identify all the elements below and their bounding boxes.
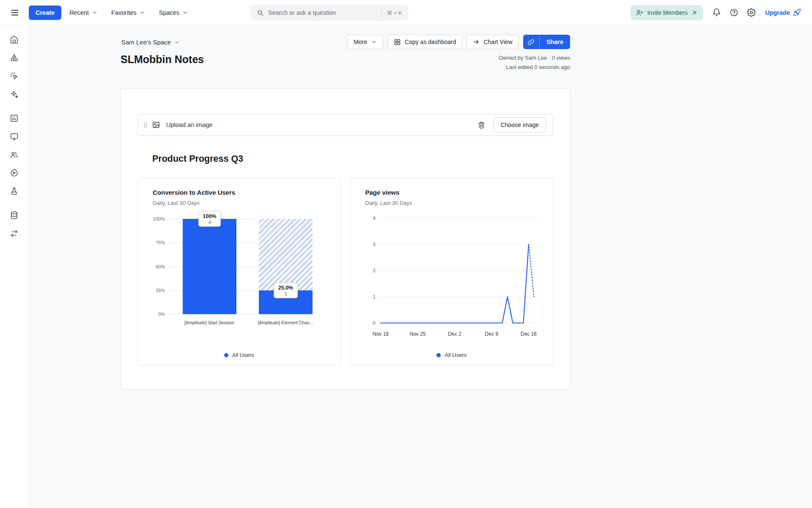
chart-title: Page views [365,189,553,196]
x-tick: Dec 16 [520,331,536,337]
upgrade-button[interactable]: Upgrade [762,6,804,19]
x-tick: Nov 18 [372,331,388,337]
sidebar-item-integrations[interactable] [5,225,23,241]
invite-members-button[interactable]: Invite Members [631,5,703,20]
y-tick: 1 [373,294,375,299]
note-heading[interactable]: Product Progress Q3 [152,154,553,164]
recent-menu[interactable]: Recent [64,6,103,20]
funnel-plot: 100% 75% 50% 25% 0% 100% 4 [169,219,314,314]
drag-handle-icon [142,121,149,129]
bell-icon [712,8,721,17]
chevron-down-icon [91,9,98,16]
funnel-x-axis: [Amplitude] Start Session [Amplitude] El… [169,320,314,326]
share-button[interactable]: Share [539,35,570,49]
hamburger-menu-button[interactable] [8,6,22,20]
chevron-down-icon [182,9,188,16]
play-circle-icon [10,168,19,177]
legend-label: All Users [232,352,254,358]
space-name: Sam Lee's Space [121,39,171,46]
hamburger-icon [10,8,19,17]
sidebar-item-session-replay[interactable] [5,165,23,181]
shapes-icon [10,53,19,62]
dismiss-invite-button[interactable] [691,9,698,16]
chart-subtitle: Daily, Last 30 Days [153,200,340,206]
line-chart-card[interactable]: Page views Daily, Last 30 Days 4 3 2 1 0 [350,178,554,365]
users-icon [10,150,19,159]
chevron-down-icon [139,9,145,16]
series-line-dashed-tail [529,244,534,297]
search-input[interactable] [268,9,377,16]
sidebar-item-experiments[interactable] [5,183,23,199]
chevron-down-icon [174,39,180,45]
chevron-down-icon [371,39,377,45]
more-button[interactable]: More [347,35,383,49]
y-tick: 0% [158,312,165,317]
link-icon [527,39,535,46]
x-tick: Dec 9 [485,331,498,337]
left-sidebar [0,25,28,508]
arrow-right-icon [473,39,480,45]
flask-icon [10,187,19,196]
sidebar-item-home[interactable] [5,31,23,47]
search-icon [257,9,264,17]
y-tick: 4 [373,215,376,221]
person-plus-icon [636,9,643,17]
spaces-menu[interactable]: Spaces [154,6,194,20]
favorites-menu[interactable]: Favorites [106,6,151,20]
page-meta: Owned by Sam Lee · 0 views Last edited 0… [499,53,570,72]
gear-icon [747,8,756,17]
copy-as-dashboard-button[interactable]: Copy as dashboard [387,35,462,49]
sidebar-item-ai[interactable] [5,86,23,102]
sidebar-item-dashboards[interactable] [5,128,23,144]
sidebar-item-data[interactable] [5,207,23,223]
choose-image-button[interactable]: Choose image [494,117,546,133]
drag-handle[interactable] [142,121,149,129]
chart-subtitle: Daily, Last 30 Days [365,200,553,206]
sidebar-item-events[interactable] [5,68,23,84]
upload-label: Upload an image [166,121,213,128]
help-button[interactable] [727,6,741,19]
page-title[interactable]: SLMobbin Notes [121,53,204,66]
y-tick: 25% [156,288,165,293]
funnel-value-tooltip: 25.0% 1 [274,282,298,298]
settings-button[interactable] [744,6,758,19]
sidebar-item-charts[interactable] [5,110,23,126]
funnel-bar: 100% 4 [183,219,236,314]
funnel-chart-card[interactable]: Conversion to Active Users Daily, Last 3… [137,178,341,365]
y-tick: 0 [373,320,375,326]
create-button[interactable]: Create [29,6,61,20]
chart-legend: All Users [138,352,340,358]
series-line [381,244,529,323]
last-edited-meta: Last edited 0 seconds ago [499,63,570,72]
chart-legend: All Users [351,352,553,358]
owner-meta: Owned by Sam Lee · 0 views [499,53,570,63]
cursor-click-icon [10,72,19,80]
x-tick: [Amplitude] Element Chan... [245,320,326,325]
database-icon [10,211,19,220]
chart-view-button[interactable]: Chart View [466,35,518,49]
dashboard-grid-icon [394,39,401,46]
y-tick: 75% [156,240,165,245]
breadcrumb-space-selector[interactable]: Sam Lee's Space [121,37,181,47]
upload-image-block[interactable]: Upload an image Choose image [137,114,553,136]
y-tick: 100% [153,216,165,221]
top-nav: Create Recent Favorites Spaces ⌘ + K Inv… [0,0,812,25]
y-tick: 2 [373,268,375,273]
legend-label: All Users [444,352,466,358]
sidebar-item-audiences[interactable] [5,146,23,163]
close-icon [691,9,698,16]
y-tick: 50% [156,264,165,269]
notifications-button[interactable] [710,6,724,19]
image-icon [152,121,160,129]
x-tick: Dec 2 [448,331,461,337]
home-icon [10,35,19,44]
page-views-line-chart: 4 3 2 1 0 Nov 18 Nov 25 Dec 2 Dec 9 Dec … [361,213,541,340]
copy-link-button[interactable] [523,35,539,49]
funnel-bar: 25.0% 1 [259,219,313,314]
sparkle-icon [10,90,19,99]
sidebar-item-spaces[interactable] [5,50,23,66]
global-search[interactable]: ⌘ + K [251,5,408,21]
delete-block-button[interactable] [475,119,488,132]
trash-icon [477,121,486,129]
monitor-icon [10,132,19,141]
